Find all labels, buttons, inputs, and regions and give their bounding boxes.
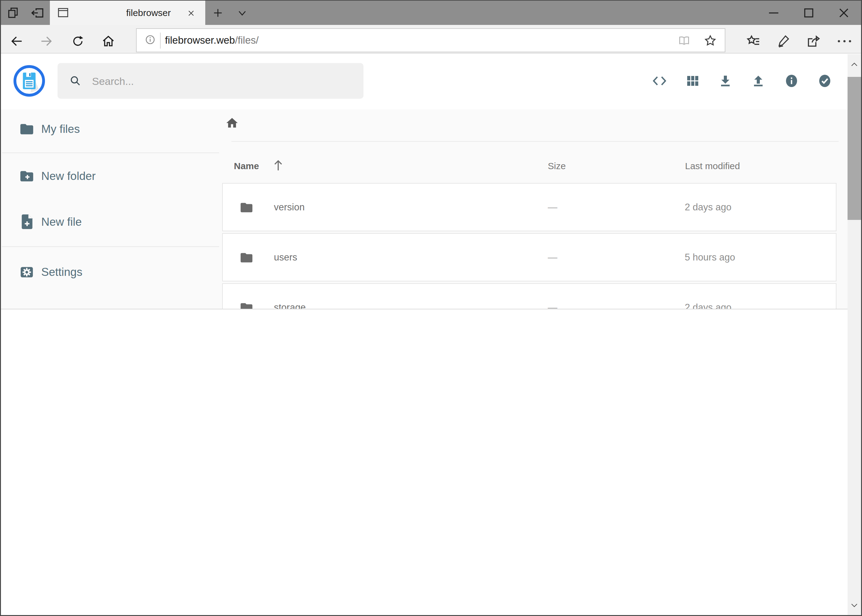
sidebar-divider bbox=[2, 246, 219, 247]
tab-pages-icon bbox=[7, 7, 20, 19]
ellipsis-icon bbox=[837, 38, 853, 45]
sidebar-divider bbox=[2, 152, 219, 153]
plus-icon bbox=[212, 7, 224, 19]
address-bar[interactable]: filebrowser.web/files/ bbox=[136, 28, 725, 52]
tab-title: filebrowser bbox=[126, 1, 171, 25]
grid-view-icon bbox=[686, 74, 700, 88]
folder-icon bbox=[240, 201, 254, 215]
upload-button[interactable] bbox=[751, 74, 766, 88]
back-arrow-icon bbox=[10, 35, 24, 48]
share-button[interactable] bbox=[806, 34, 821, 49]
browser-tab[interactable]: filebrowser bbox=[50, 1, 205, 25]
sidebar-item-new-file[interactable]: New file bbox=[0, 207, 222, 237]
sidebar-item-my-files[interactable]: My files bbox=[0, 114, 222, 145]
tab-close-button[interactable] bbox=[187, 9, 195, 17]
close-icon bbox=[187, 9, 195, 17]
tab-preview-button[interactable] bbox=[7, 7, 20, 19]
refresh-icon bbox=[71, 35, 85, 48]
site-info-icon[interactable] bbox=[144, 34, 156, 46]
sidebar-item-settings[interactable]: Settings bbox=[0, 257, 222, 288]
home-button[interactable] bbox=[102, 35, 115, 48]
sidebar-item-label: New folder bbox=[41, 161, 96, 192]
tabs-aside-icon bbox=[30, 7, 44, 19]
window-minimize-button[interactable] bbox=[766, 5, 782, 21]
info-button[interactable] bbox=[784, 73, 799, 89]
web-notes-button[interactable] bbox=[777, 34, 791, 48]
raw-editor-button[interactable] bbox=[652, 74, 667, 88]
grid-view-button[interactable] bbox=[686, 74, 700, 88]
search-icon bbox=[69, 75, 82, 87]
home-icon bbox=[102, 35, 115, 48]
url-text[interactable]: filebrowser.web/files/ bbox=[165, 29, 258, 52]
scroll-up-button[interactable] bbox=[850, 60, 859, 69]
gear-icon bbox=[19, 264, 35, 280]
file-modified: 5 hours ago bbox=[685, 234, 735, 281]
download-button[interactable] bbox=[718, 74, 733, 88]
favorite-star-button[interactable] bbox=[703, 34, 717, 47]
folder-plus-icon bbox=[19, 168, 35, 184]
reading-view-button[interactable] bbox=[678, 35, 690, 46]
folder-icon bbox=[19, 121, 35, 137]
share-icon bbox=[806, 34, 821, 49]
favorites-hub-button[interactable] bbox=[746, 34, 761, 49]
window-border-left bbox=[0, 1, 1, 616]
file-name: users bbox=[274, 234, 297, 281]
maximize-icon bbox=[801, 5, 817, 21]
file-size: — bbox=[548, 184, 557, 231]
scroll-down-button[interactable] bbox=[850, 601, 859, 610]
column-label: Name bbox=[234, 161, 259, 171]
sidebar-item-label: My files bbox=[41, 114, 80, 145]
chevron-down-icon bbox=[236, 9, 248, 18]
sidebar-item-label: New file bbox=[41, 207, 82, 237]
file-row-users[interactable]: users — 5 hours ago bbox=[222, 233, 837, 281]
pen-icon bbox=[777, 34, 791, 48]
url-path: /files/ bbox=[235, 35, 258, 46]
minimize-icon bbox=[766, 5, 782, 21]
chevron-up-icon bbox=[850, 60, 859, 69]
window-maximize-button[interactable] bbox=[801, 5, 817, 21]
sidebar-item-label: Settings bbox=[41, 257, 82, 288]
breadcrumb-home-button[interactable] bbox=[225, 116, 239, 130]
filebrowser-logo bbox=[13, 65, 45, 97]
screen: filebrowser bbox=[0, 0, 862, 616]
file-plus-icon bbox=[20, 214, 34, 230]
code-brackets-icon bbox=[652, 74, 667, 88]
window-close-button[interactable] bbox=[836, 5, 852, 21]
new-tab-button[interactable] bbox=[212, 7, 224, 19]
back-button[interactable] bbox=[10, 35, 24, 48]
settings-menu-button[interactable] bbox=[837, 38, 853, 45]
column-header-size[interactable]: Size bbox=[548, 159, 566, 173]
star-icon bbox=[703, 34, 717, 47]
select-multiple-button[interactable] bbox=[817, 73, 832, 89]
page-favicon-icon bbox=[57, 7, 69, 18]
close-icon bbox=[836, 5, 852, 21]
window-border-top bbox=[0, 0, 862, 1]
chevron-down-icon bbox=[850, 601, 859, 610]
floppy-logo-icon bbox=[13, 65, 45, 97]
favorites-hub-icon bbox=[746, 34, 761, 49]
file-name: version bbox=[274, 184, 305, 231]
scrollbar-thumb[interactable] bbox=[848, 77, 861, 220]
column-header-modified[interactable]: Last modified bbox=[685, 159, 740, 173]
file-size: — bbox=[548, 234, 557, 281]
column-header-name[interactable]: Name bbox=[234, 159, 259, 173]
terminal-panel[interactable]: > git status On branch master Your branc… bbox=[0, 309, 862, 616]
url-host: filebrowser.web bbox=[165, 35, 235, 46]
search-input[interactable] bbox=[91, 63, 357, 99]
book-icon bbox=[678, 35, 690, 46]
download-icon bbox=[718, 74, 733, 88]
file-modified: 2 days ago bbox=[685, 184, 731, 231]
page-scrollbar[interactable] bbox=[848, 54, 861, 616]
file-row-version[interactable]: version — 2 days ago bbox=[222, 183, 837, 231]
tab-list-button[interactable] bbox=[236, 9, 248, 18]
forward-button[interactable] bbox=[40, 35, 53, 48]
info-filled-icon bbox=[784, 73, 799, 89]
tabs-aside-button[interactable] bbox=[30, 7, 44, 19]
refresh-button[interactable] bbox=[71, 35, 85, 48]
folder-icon bbox=[240, 251, 254, 265]
upload-icon bbox=[751, 74, 766, 88]
sidebar-item-new-folder[interactable]: New folder bbox=[0, 161, 222, 192]
search-box[interactable] bbox=[58, 63, 364, 99]
check-circle-icon bbox=[817, 73, 832, 89]
sort-up-icon[interactable] bbox=[272, 158, 284, 173]
